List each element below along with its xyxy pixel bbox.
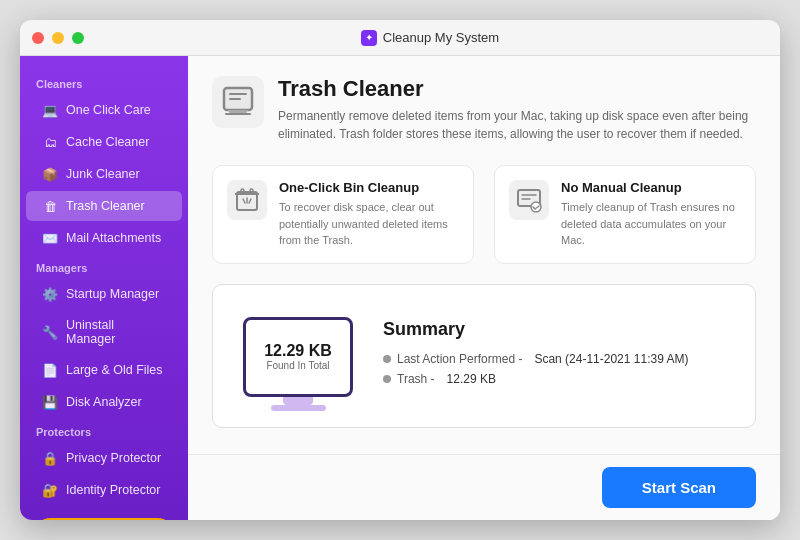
large-old-files-icon: 📄 <box>42 362 58 378</box>
features-row: One-Click Bin Cleanup To recover disk sp… <box>212 165 756 264</box>
sidebar-item-junk-cleaner-label: Junk Cleaner <box>66 167 140 181</box>
identity-protector-icon: 🔐 <box>42 482 58 498</box>
feature1-desc: To recover disk space, clear out potenti… <box>279 199 459 249</box>
sidebar-item-disk-analyzer[interactable]: 💾 Disk Analyzer <box>26 387 182 417</box>
mail-attachments-icon: ✉️ <box>42 230 58 246</box>
summary-info: Summary Last Action Performed - Scan (24… <box>383 319 735 392</box>
sidebar-item-cache-cleaner-label: Cache Cleaner <box>66 135 149 149</box>
sidebar-item-mail-attachments-label: Mail Attachments <box>66 231 161 245</box>
monitor-screen: 12.29 KB Found In Total <box>243 317 353 397</box>
sidebar-item-startup-manager[interactable]: ⚙️ Startup Manager <box>26 279 182 309</box>
sidebar-item-junk-cleaner[interactable]: 📦 Junk Cleaner <box>26 159 182 189</box>
sidebar-item-uninstall-manager[interactable]: 🔧 Uninstall Manager <box>26 311 182 353</box>
page-header-text: Trash Cleaner Permanently remove deleted… <box>278 76 756 143</box>
app-icon: ✦ <box>361 30 377 46</box>
feature-icon-bin <box>227 180 267 220</box>
page-description: Permanently remove deleted items from yo… <box>278 107 756 143</box>
uninstall-manager-icon: 🔧 <box>42 324 58 340</box>
sidebar: Cleaners 💻 One Click Care 🗂 Cache Cleane… <box>20 56 188 520</box>
sidebar-item-privacy-protector-label: Privacy Protector <box>66 451 161 465</box>
main-footer: Start Scan <box>188 454 780 520</box>
sidebar-item-trash-cleaner[interactable]: 🗑 Trash Cleaner <box>26 191 182 221</box>
privacy-protector-icon: 🔒 <box>42 450 58 466</box>
summary-card: 12.29 KB Found In Total Summary Last Act… <box>212 284 756 428</box>
sidebar-item-large-old-files[interactable]: 📄 Large & Old Files <box>26 355 182 385</box>
main-area: Trash Cleaner Permanently remove deleted… <box>188 56 780 520</box>
feature-text-no-manual: No Manual Cleanup Timely cleanup of Tras… <box>561 180 741 249</box>
last-action-label: Last Action Performed - <box>383 352 522 366</box>
titlebar-title-container: ✦ Cleanup My System <box>92 30 768 46</box>
maximize-button[interactable] <box>72 32 84 44</box>
feature1-title: One-Click Bin Cleanup <box>279 180 459 195</box>
unlock-full-version-button[interactable]: Unlock Full Version <box>34 518 174 520</box>
page-header-icon <box>212 76 264 128</box>
app-window: ✦ Cleanup My System Cleaners 💻 One Click… <box>20 20 780 520</box>
sidebar-item-uninstall-manager-label: Uninstall Manager <box>66 318 166 346</box>
sidebar-item-identity-protector-label: Identity Protector <box>66 483 161 497</box>
sidebar-item-disk-analyzer-label: Disk Analyzer <box>66 395 142 409</box>
monitor-visual: 12.29 KB Found In Total <box>233 301 363 411</box>
page-title: Trash Cleaner <box>278 76 756 102</box>
feature-icon-no-manual <box>509 180 549 220</box>
app-content: Cleaners 💻 One Click Care 🗂 Cache Cleane… <box>20 56 780 520</box>
feature2-title: No Manual Cleanup <box>561 180 741 195</box>
close-button[interactable] <box>32 32 44 44</box>
scan-info: Scan (24-11-2021 11:39 AM) <box>534 352 688 366</box>
feature-card-one-click: One-Click Bin Cleanup To recover disk sp… <box>212 165 474 264</box>
managers-section-label: Managers <box>20 254 188 278</box>
minimize-button[interactable] <box>52 32 64 44</box>
sidebar-item-one-click-care[interactable]: 💻 One Click Care <box>26 95 182 125</box>
sidebar-item-cache-cleaner[interactable]: 🗂 Cache Cleaner <box>26 127 182 157</box>
feature2-desc: Timely cleanup of Trash ensures no delet… <box>561 199 741 249</box>
sidebar-item-large-old-files-label: Large & Old Files <box>66 363 163 377</box>
summary-row-trash: Trash - 12.29 KB <box>383 372 735 386</box>
sidebar-item-mail-attachments[interactable]: ✉️ Mail Attachments <box>26 223 182 253</box>
feature-text-one-click: One-Click Bin Cleanup To recover disk sp… <box>279 180 459 249</box>
sidebar-item-privacy-protector[interactable]: 🔒 Privacy Protector <box>26 443 182 473</box>
junk-cleaner-icon: 📦 <box>42 166 58 182</box>
cleaners-section-label: Cleaners <box>20 70 188 94</box>
trash-cleaner-icon: 🗑 <box>42 198 58 214</box>
trash-label: Trash - <box>383 372 435 386</box>
sidebar-item-startup-manager-label: Startup Manager <box>66 287 159 301</box>
sidebar-item-one-click-care-label: One Click Care <box>66 103 151 117</box>
found-size: 12.29 KB <box>264 342 332 360</box>
monitor-stand <box>283 397 313 405</box>
summary-title: Summary <box>383 319 735 340</box>
found-label: Found In Total <box>266 360 329 371</box>
startup-manager-icon: ⚙️ <box>42 286 58 302</box>
trash-size: 12.29 KB <box>447 372 496 386</box>
titlebar-title-text: Cleanup My System <box>383 30 499 45</box>
protectors-section-label: Protectors <box>20 418 188 442</box>
monitor-base <box>271 405 326 411</box>
sidebar-bottom: Unlock Full Version <box>20 506 188 520</box>
main-content: Trash Cleaner Permanently remove deleted… <box>188 56 780 454</box>
titlebar: ✦ Cleanup My System <box>20 20 780 56</box>
one-click-care-icon: 💻 <box>42 102 58 118</box>
cache-cleaner-icon: 🗂 <box>42 134 58 150</box>
disk-analyzer-icon: 💾 <box>42 394 58 410</box>
feature-card-no-manual: No Manual Cleanup Timely cleanup of Tras… <box>494 165 756 264</box>
start-scan-button[interactable]: Start Scan <box>602 467 756 508</box>
summary-row-action: Last Action Performed - Scan (24-11-2021… <box>383 352 735 366</box>
sidebar-item-trash-cleaner-label: Trash Cleaner <box>66 199 145 213</box>
page-header: Trash Cleaner Permanently remove deleted… <box>212 76 756 143</box>
sidebar-item-identity-protector[interactable]: 🔐 Identity Protector <box>26 475 182 505</box>
